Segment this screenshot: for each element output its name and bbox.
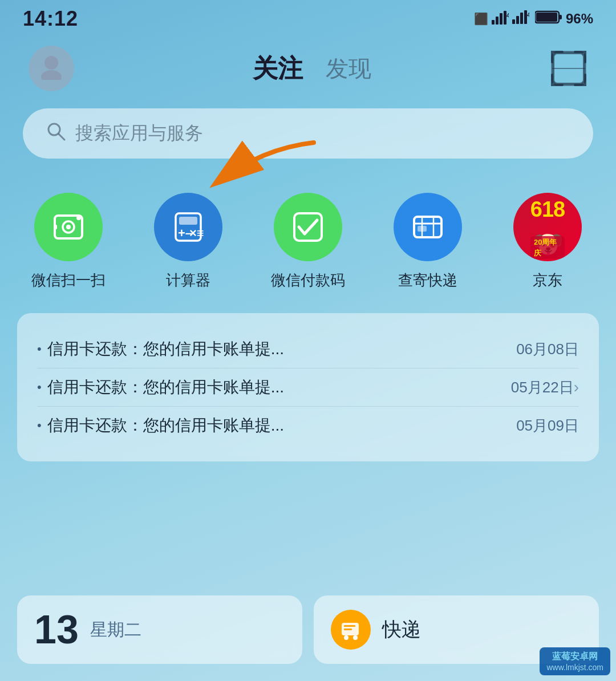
quick-apps: 微信扫一扫 +– ×≡ 计算器 微信付款码	[0, 176, 616, 302]
status-icons: ⬛ 4G 4G 9	[474, 10, 593, 28]
signal-4g-1: 4G	[492, 11, 509, 27]
calendar-card[interactable]: 13 星期二	[17, 595, 302, 664]
svg-rect-0	[492, 20, 495, 25]
bullet-3: •	[37, 418, 42, 433]
svg-point-38	[344, 635, 348, 640]
watermark: 蓝莓安卓网 www.lmkjst.com	[540, 647, 610, 675]
notification-card: • 信用卡还款：您的信用卡账单提... 06月08日 • 信用卡还款：您的信用卡…	[17, 313, 599, 461]
svg-rect-6	[516, 16, 519, 24]
signal-4g-2: 4G	[512, 10, 529, 27]
courier-icon	[331, 610, 371, 650]
svg-text:4G: 4G	[506, 12, 509, 19]
jd-618-badge: 618	[530, 197, 565, 222]
status-time: 14:12	[23, 7, 78, 31]
svg-text:4G: 4G	[527, 11, 529, 18]
avatar[interactable]	[29, 46, 74, 91]
search-icon	[46, 121, 66, 146]
express-label: 查寄快递	[398, 270, 457, 290]
svg-text:×≡: ×≡	[189, 226, 204, 240]
wechat-scan-label: 微信扫一扫	[31, 270, 106, 290]
search-bar[interactable]: 搜索应用与服务	[23, 108, 593, 159]
notification-text-1: 信用卡还款：您的信用卡账单提...	[47, 338, 284, 360]
svg-rect-37	[344, 629, 352, 630]
header: 关注 发现	[0, 34, 616, 103]
svg-rect-15	[552, 52, 585, 85]
wechat-pay-label: 微信付款码	[271, 270, 345, 290]
tab-follow[interactable]: 关注	[253, 52, 303, 86]
wechat-scan-icon	[34, 193, 103, 261]
app-wechat-scan[interactable]: 微信扫一扫	[23, 193, 114, 290]
svg-point-23	[76, 216, 81, 220]
notification-date-3: 05月09日	[516, 416, 579, 436]
notification-item-2[interactable]: • 信用卡还款：您的信用卡账单提... 05月22日 ›	[37, 368, 579, 407]
notification-date-1: 06月08日	[516, 339, 579, 359]
sim-icon: ⬛	[474, 12, 488, 26]
bullet-2: •	[37, 380, 42, 395]
svg-point-39	[353, 635, 358, 640]
calculator-label: 计算器	[166, 270, 210, 290]
search-placeholder: 搜索应用与服务	[75, 121, 203, 146]
courier-label: 快递	[382, 617, 421, 643]
express-icon	[394, 193, 462, 261]
svg-rect-2	[500, 13, 502, 25]
svg-rect-11	[559, 15, 562, 19]
battery-icon	[535, 10, 562, 28]
app-wechat-pay[interactable]: 微信付款码	[262, 193, 354, 290]
app-jd[interactable]: 618 🐶 20周年庆 京东	[502, 193, 593, 290]
app-express[interactable]: 查寄快递	[382, 193, 473, 290]
jd-label: 京东	[533, 270, 562, 290]
header-tabs: 关注 发现	[253, 52, 371, 86]
svg-rect-7	[520, 13, 523, 24]
svg-rect-5	[512, 19, 515, 24]
svg-rect-26	[179, 217, 197, 225]
notification-chevron: ›	[574, 378, 579, 396]
watermark-url: www.lmkjst.com	[546, 663, 603, 672]
calculator-icon: +– ×≡	[154, 193, 222, 261]
status-bar: 14:12 ⬛ 4G 4G	[0, 0, 616, 34]
scan-button[interactable]	[550, 50, 587, 87]
notification-item-1[interactable]: • 信用卡还款：您的信用卡账单提... 06月08日	[37, 330, 579, 368]
svg-rect-36	[344, 625, 355, 627]
bottom-cards: 13 星期二 快递	[0, 590, 616, 670]
calendar-day: 星期二	[90, 618, 141, 642]
svg-rect-1	[496, 17, 499, 25]
tab-discover[interactable]: 发现	[326, 53, 371, 84]
svg-rect-12	[536, 13, 557, 22]
wechat-pay-icon	[274, 193, 342, 261]
svg-point-22	[66, 225, 71, 229]
search-container: 搜索应用与服务	[0, 103, 616, 164]
svg-rect-24	[54, 225, 57, 229]
calendar-date: 13	[34, 610, 79, 650]
svg-rect-34	[418, 226, 427, 232]
jd-icon: 618 🐶 20周年庆	[513, 193, 582, 261]
battery-percentage: 96%	[566, 11, 593, 27]
bullet-1: •	[37, 342, 42, 356]
app-calculator[interactable]: +– ×≡ 计算器	[143, 193, 234, 290]
notification-text-3: 信用卡还款：您的信用卡账单提...	[47, 415, 284, 436]
svg-line-19	[59, 134, 64, 140]
notification-text-2: 信用卡还款：您的信用卡账单提...	[47, 376, 284, 398]
notification-item-3[interactable]: • 信用卡还款：您的信用卡账单提... 05月09日	[37, 407, 579, 444]
avatar-icon	[37, 51, 66, 86]
jd-anniversary: 20周年庆	[534, 238, 557, 257]
watermark-logo: 蓝莓安卓网	[552, 651, 598, 663]
notification-date-2: 05月22日	[511, 378, 574, 398]
svg-point-13	[44, 56, 58, 70]
svg-point-14	[41, 70, 62, 80]
